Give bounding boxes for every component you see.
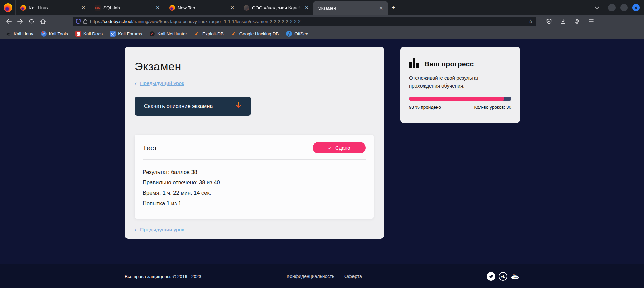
firefox-icon [169,5,175,11]
reload-icon[interactable] [26,17,37,26]
kali-dragon-icon [6,31,11,37]
close-icon[interactable]: ✕ [154,4,161,11]
url-text: https://codeby.school/training/view/kurs… [90,19,526,24]
url-bar[interactable]: https://codeby.school/training/view/kurs… [73,17,536,26]
chevron-left-icon: ‹ [135,80,137,87]
firefox-icon [20,5,26,11]
lock-icon[interactable] [83,19,87,24]
bookmark-kali-docs[interactable]: Kali Docs [75,31,103,37]
offsec-icon [286,31,292,37]
previous-lesson-label[interactable]: Предыдущий урок [140,227,184,233]
exam-card: Экзамен ‹ Предыдущий урок Скачать описан… [125,47,384,239]
bookmark-label: Kali NetHunter [157,31,187,36]
test-result-card: Тест ✓ Сдано Результат: баллов 38 Правил… [135,135,374,219]
tab-title: Kali Linux [29,5,77,10]
tab-sql-lab[interactable]: SQL SQL-lab ✕ [90,0,165,15]
chevron-down-icon[interactable] [595,6,603,9]
maximize-button[interactable] [620,4,628,11]
menu-hamburger-icon[interactable] [586,17,596,26]
progress-bar [409,97,511,101]
download-icon [235,102,242,111]
close-icon[interactable]: ✕ [378,5,384,12]
badge-label: Сдано [335,145,350,151]
bookmarks-bar: Kali Linux Kali Tools Kali Docs Kali For… [0,28,644,39]
close-icon[interactable]: ✕ [303,4,310,11]
status-badge-passed: ✓ Сдано [313,142,366,153]
bookmark-label: OffSec [294,31,308,36]
lessons-count-label: Кол-во уроков: 30 [474,105,511,110]
kali-nethunter-icon [149,31,155,37]
navigation-toolbar: https://codeby.school/training/view/kurs… [0,15,644,28]
bookmark-label: Kali Tools [49,31,68,36]
bookmark-label: Kali Docs [83,31,103,36]
bookmark-google-hacking-db[interactable]: Google Hacking DB [231,31,279,37]
bookmark-kali-linux[interactable]: Kali Linux [6,31,34,37]
test-results: Результат: баллов 38 Правильно отвечено:… [143,167,366,209]
previous-lesson-link-bottom[interactable]: ‹ Предыдущий урок [135,227,374,233]
kali-forums-icon [110,31,116,37]
progress-card: Ваш прогресс Отслеживайте свой результат… [400,47,520,123]
home-icon[interactable] [38,17,48,26]
tab-kali-linux[interactable]: Kali Linux ✕ [16,0,90,15]
progress-bar-fill [409,97,504,101]
extensions-puzzle-icon[interactable] [572,17,582,26]
result-attempt: Попытка 1 из 1 [143,198,366,209]
divider [143,159,366,160]
bar-chart-icon [409,58,419,68]
bookmark-offsec[interactable]: OffSec [286,31,308,37]
exploit-db-icon [194,31,200,37]
progress-title: Ваш прогресс [424,60,474,68]
telegram-icon[interactable] [487,272,495,281]
tracking-shield-icon[interactable] [76,19,81,24]
chevron-left-icon: ‹ [135,227,137,233]
previous-lesson-link-top[interactable]: ‹ Предыдущий урок [135,80,374,87]
copyright-text: Все права защищены. © 2016 - 2023 [125,274,201,279]
close-icon[interactable]: ✕ [229,4,236,11]
result-score: Результат: баллов 38 [143,167,366,177]
forward-icon[interactable] [15,17,25,26]
page-content: Экзамен ‹ Предыдущий урок Скачать описан… [0,39,644,288]
tab-bar: Kali Linux ✕ SQL SQL-lab ✕ New Tab ✕ ООО… [0,0,644,15]
privacy-link[interactable]: Конфиденциальность [287,274,334,279]
bookmark-kali-nethunter[interactable]: Kali NetHunter [149,31,187,37]
progress-percent-label: 93 % пройдено [409,105,441,110]
download-button-label: Скачать описание экзамна [144,103,213,109]
progress-description: Отслеживайте свой результат прохождения … [409,74,490,90]
minimize-button[interactable] [608,4,616,11]
new-tab-button[interactable]: + [388,0,399,15]
test-title: Тест [143,144,157,152]
check-icon: ✓ [328,145,332,151]
bookmark-label: Kali Linux [14,31,34,36]
downloads-icon[interactable] [558,17,568,26]
youtube-icon[interactable]: You Tube [511,272,519,281]
tab-new-tab[interactable]: New Tab ✕ [165,0,239,15]
back-icon[interactable] [4,17,14,26]
firefox-icon [4,3,12,12]
tab-ekzamen-active[interactable]: Экзамен ✕ [313,1,388,15]
tab-academy[interactable]: ООО «Академия Кодеба ✕ [239,0,313,15]
tab-title: Экзамен [318,6,375,11]
bookmark-star-icon[interactable]: ☆ [529,18,533,24]
protections-shield-icon[interactable] [544,17,554,26]
bookmark-label: Kali Forums [118,31,142,36]
tab-title: SQL-lab [103,5,152,10]
previous-lesson-label[interactable]: Предыдущий урок [140,80,184,87]
browser-window: Kali Linux ✕ SQL SQL-lab ✕ New Tab ✕ ООО… [0,0,644,288]
close-icon[interactable]: ✕ [80,4,87,11]
firefox-menu-logo[interactable] [0,0,16,15]
kali-docs-icon [75,31,81,37]
tab-title: New Tab [178,5,226,10]
bookmark-label: Google Hacking DB [239,31,279,36]
bookmark-exploit-db[interactable]: Exploit-DB [194,31,224,37]
academy-favicon [244,5,249,11]
offer-link[interactable]: Оферта [344,274,362,279]
vk-icon[interactable]: vk [499,272,507,281]
window-close-button[interactable]: ✕ [632,4,640,11]
bookmark-kali-tools[interactable]: Kali Tools [41,31,68,37]
result-time: Время: 1 ч. 22 мин. 14 сек. [143,188,366,198]
bookmark-kali-forums[interactable]: Kali Forums [110,31,142,37]
page-footer: Все права защищены. © 2016 - 2023 Конфид… [0,264,644,288]
result-correct: Правильно отвечено: 38 из 40 [143,177,366,188]
sql-favicon: SQL [95,5,101,11]
download-exam-description-button[interactable]: Скачать описание экзамна [135,97,251,116]
